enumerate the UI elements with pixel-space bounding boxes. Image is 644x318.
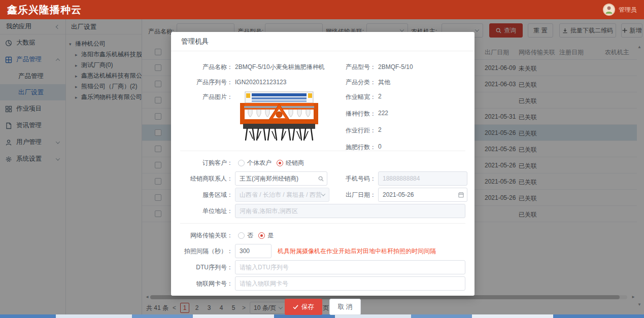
- radio-icon[interactable]: [238, 160, 245, 166]
- phone-label: 手机号码：: [336, 174, 376, 183]
- region-value: 山西省 / 长治市 / 襄垣县 / 西营镇: [240, 191, 322, 199]
- work-width-label: 作业幅宽：: [336, 93, 376, 101]
- product-name-label: 产品名称：: [180, 63, 233, 72]
- radio-label: 是: [267, 231, 274, 240]
- radio-selected-icon[interactable]: [277, 160, 283, 166]
- region-select: 山西省 / 长治市 / 襄垣县 / 西营镇: [235, 188, 329, 202]
- interval-input[interactable]: [235, 244, 272, 258]
- interval-hint: 机具附属摄像机在作业开始后对田地中秸秆拍照的时间间隔: [278, 247, 436, 256]
- radio-dealer[interactable]: 经销商: [277, 159, 304, 167]
- fert-rows-label: 施肥行数：: [336, 143, 376, 152]
- person-icon: [604, 5, 614, 15]
- cancel-button[interactable]: 取 消: [329, 299, 361, 315]
- product-name-value: 2BMQF-5/10小麦免耕施肥播种机: [235, 63, 325, 72]
- radio-network-yes[interactable]: 是: [258, 231, 274, 240]
- manage-machine-modal: 管理机具 产品名称： 2BMQF-5/10小麦免耕施肥播种机 产品型号： 2BM…: [171, 32, 474, 296]
- save-button-label: 保存: [301, 303, 314, 311]
- dealer-contact-input[interactable]: [235, 171, 327, 186]
- work-width-value: 2: [378, 93, 382, 100]
- user-menu[interactable]: 管理员: [603, 4, 637, 16]
- calendar-icon[interactable]: [458, 192, 464, 198]
- row-spacing-value: 2: [378, 126, 382, 133]
- interval-label: 拍照间隔（秒）：: [180, 247, 233, 256]
- address-input: [235, 204, 465, 218]
- row-spacing-label: 作业行距：: [336, 126, 376, 135]
- radio-network-no[interactable]: 否: [238, 231, 253, 240]
- iot-input[interactable]: [235, 276, 465, 291]
- user-label: 管理员: [619, 6, 637, 14]
- taskbar-edge: [0, 314, 644, 318]
- customer-label: 订购客户：: [180, 159, 233, 167]
- check-icon: [293, 305, 298, 309]
- serial-value: IGN202012123123: [235, 79, 286, 86]
- address-label: 单位地址：: [180, 207, 233, 216]
- divider: [180, 151, 465, 151]
- radio-individual[interactable]: 个体农户: [238, 159, 272, 167]
- dealer-label: 经销商联系人：: [180, 174, 233, 183]
- radio-label: 个体农户: [247, 159, 272, 167]
- product-image: [236, 91, 322, 144]
- app-title: 鑫乐兴隆播种云: [7, 3, 82, 17]
- fert-rows-value: 0: [378, 143, 382, 150]
- modal-title: 管理机具: [171, 32, 474, 51]
- avatar: [603, 4, 615, 16]
- save-button[interactable]: 保存: [285, 299, 322, 315]
- seed-rows-value: 222: [378, 110, 388, 117]
- phone-input: [378, 171, 467, 186]
- region-label: 服务区域：: [180, 191, 233, 199]
- model-label: 产品型号：: [336, 63, 376, 72]
- dtu-label: DTU序列号：: [180, 263, 233, 272]
- serial-label: 产品序列号：: [180, 78, 233, 87]
- chevron-down-icon: [321, 192, 325, 196]
- iot-label: 物联网卡号：: [180, 279, 233, 288]
- seed-rows-label: 播种行数：: [336, 110, 376, 118]
- network-label: 网络传输关联：: [180, 231, 233, 240]
- dtu-input[interactable]: [235, 260, 465, 274]
- image-label: 产品图片：: [180, 93, 233, 101]
- model-value: 2BMQF-5/10: [378, 63, 413, 70]
- category-value: 其他: [378, 78, 390, 87]
- factory-date-label: 出厂日期：: [336, 191, 376, 199]
- radio-label: 经销商: [286, 159, 304, 167]
- radio-selected-icon[interactable]: [258, 232, 265, 239]
- category-label: 产品分类：: [336, 78, 376, 87]
- divider: [180, 223, 465, 224]
- search-icon[interactable]: [318, 176, 324, 182]
- radio-icon[interactable]: [238, 232, 245, 239]
- radio-label: 否: [247, 231, 253, 240]
- app-header: 鑫乐兴隆播种云 管理员: [0, 0, 644, 19]
- factory-date-input[interactable]: [378, 188, 467, 202]
- cancel-button-label: 取 消: [338, 303, 352, 310]
